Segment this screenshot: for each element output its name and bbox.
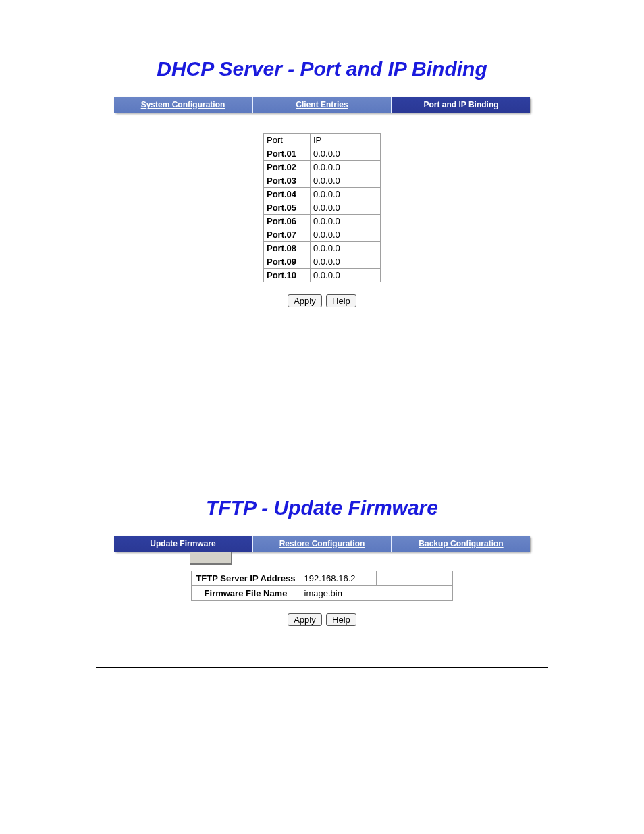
tab-port-and-ip-binding[interactable]: Port and IP Binding <box>392 97 530 113</box>
table-row: Port.08 <box>264 242 381 255</box>
firmware-file-name-input[interactable] <box>304 588 439 598</box>
page-title-2: TFTP - Update Firmware <box>0 496 644 519</box>
port-label: Port.05 <box>264 201 311 215</box>
port-ip-table: Port IP Port.01 Port.02 Port.03 Port.04 … <box>263 133 381 282</box>
port-label: Port.06 <box>264 215 311 228</box>
ip-input[interactable] <box>313 203 377 213</box>
ip-input[interactable] <box>313 230 377 240</box>
tftp-table: TFTP Server IP Address Firmware File Nam… <box>191 571 452 601</box>
ip-input[interactable] <box>313 149 377 159</box>
port-label: Port.08 <box>264 242 311 255</box>
col-header-ip: IP <box>311 134 381 147</box>
table-row: Port.06 <box>264 215 381 228</box>
tab-restore-configuration[interactable]: Restore Configuration <box>253 536 392 552</box>
divider <box>96 667 548 668</box>
ip-input[interactable] <box>313 189 377 199</box>
port-label: Port.09 <box>264 255 311 269</box>
help-button[interactable]: Help <box>326 294 356 307</box>
tftp-server-ip-input[interactable] <box>304 573 372 583</box>
ip-input[interactable] <box>313 243 377 253</box>
tab-label: System Configuration <box>141 100 225 109</box>
ip-input[interactable] <box>313 162 377 172</box>
tftp-server-ip-label: TFTP Server IP Address <box>192 571 300 586</box>
apply-button[interactable]: Apply <box>288 294 322 307</box>
table-row: Port.01 <box>264 147 381 161</box>
port-label: Port.10 <box>264 269 311 282</box>
tabbar-2: Update Firmware Restore Configuration Ba… <box>114 536 530 552</box>
tab-label: Restore Configuration <box>279 539 365 548</box>
tab-update-firmware[interactable]: Update Firmware <box>114 536 253 552</box>
table-row: Port.05 <box>264 201 381 215</box>
ip-input[interactable] <box>313 270 377 280</box>
ip-input[interactable] <box>313 176 377 186</box>
tab-system-configuration[interactable]: System Configuration <box>114 97 253 113</box>
port-label: Port.03 <box>264 174 311 188</box>
firmware-file-name-label: Firmware File Name <box>192 586 300 601</box>
port-label: Port.02 <box>264 161 311 174</box>
apply-button[interactable]: Apply <box>288 613 322 626</box>
tab-backup-configuration[interactable]: Backup Configuration <box>392 536 530 552</box>
ip-input[interactable] <box>313 216 377 226</box>
port-label: Port.04 <box>264 188 311 201</box>
help-button[interactable]: Help <box>326 613 356 626</box>
page-title-1: DHCP Server - Port and IP Binding <box>0 57 644 80</box>
tab-label: Update Firmware <box>150 539 215 548</box>
table-row: Port.03 <box>264 174 381 188</box>
table-row: Firmware File Name <box>192 586 452 601</box>
table-row: Port.02 <box>264 161 381 174</box>
port-label: Port.01 <box>264 147 311 161</box>
empty-cell <box>376 571 452 586</box>
table-row: TFTP Server IP Address <box>192 571 452 586</box>
ip-input[interactable] <box>313 257 377 267</box>
table-row: Port.09 <box>264 255 381 269</box>
tab-label: Port and IP Binding <box>423 100 498 109</box>
col-header-port: Port <box>264 134 311 147</box>
table-row: Port.04 <box>264 188 381 201</box>
table-row: Port.10 <box>264 269 381 282</box>
tabbar-1: System Configuration Client Entries Port… <box>114 97 530 113</box>
table-row: Port.07 <box>264 228 381 242</box>
tab-label: Backup Configuration <box>419 539 503 548</box>
port-label: Port.07 <box>264 228 311 242</box>
tab-client-entries[interactable]: Client Entries <box>253 97 392 113</box>
tab-label: Client Entries <box>296 100 348 109</box>
